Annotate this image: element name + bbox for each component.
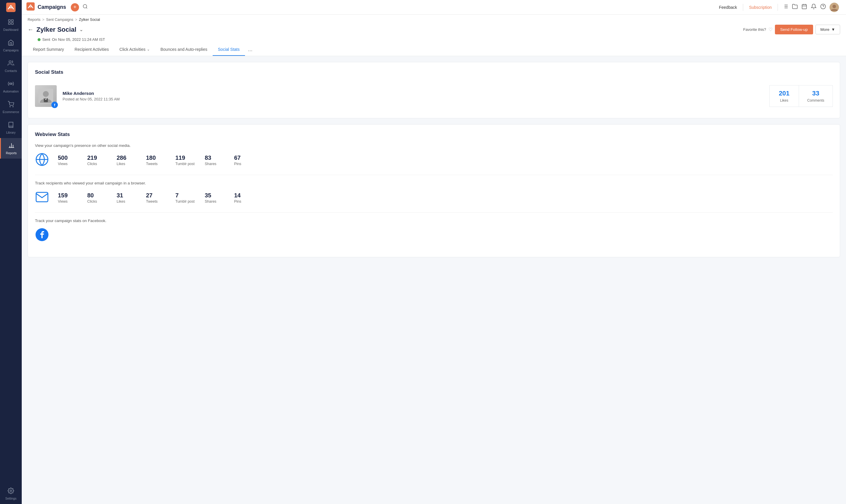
calendar-icon[interactable] — [802, 3, 807, 11]
webview-globe-section: View your campaign's presence on other s… — [35, 143, 833, 168]
webview-stat-clicks-1: 219 Clicks — [87, 155, 116, 166]
back-button[interactable]: ← — [28, 26, 34, 33]
svg-point-32 — [43, 91, 49, 97]
webview-stat-views-1: 500 Views — [58, 155, 87, 166]
tab-recipient-activities[interactable]: Recipient Activities — [69, 43, 114, 56]
svg-rect-23 — [802, 4, 807, 9]
sidebar-item-contacts[interactable]: Contacts — [0, 56, 22, 76]
webview-stat-shares-1: 83 Shares — [205, 155, 234, 166]
svg-point-30 — [832, 5, 836, 8]
nav-divider-1 — [743, 4, 743, 11]
svg-point-6 — [10, 83, 12, 85]
sidebar-item-settings-label: Settings — [5, 497, 16, 500]
sidebar-item-library-label: Library — [6, 131, 16, 134]
app-logo[interactable] — [0, 0, 22, 15]
webview-envelope-section: Track recipients who viewed your email c… — [35, 181, 833, 205]
webview-stat-tumblr-1: 119 Tumblr post — [175, 155, 205, 166]
webview-envelope-stats: 159 Views 80 Clicks 31 Likes — [58, 192, 833, 203]
click-activities-chevron-icon: ⌄ — [147, 47, 150, 51]
sidebar-item-campaigns-label: Campaigns — [3, 49, 18, 52]
breadcrumb-current: Zylker Social — [79, 18, 100, 22]
webview-divider-2 — [35, 212, 833, 213]
post-date: Posted at Nov 05, 2022 11:35 AM — [62, 97, 763, 101]
campaigns-icon — [7, 39, 14, 47]
tabs-row: Report Summary Recipient Activities Clic… — [28, 43, 840, 56]
svg-rect-3 — [8, 22, 10, 24]
content-area: Reports > Sent Campaigns > Zylker Social… — [22, 15, 846, 504]
dashboard-icon — [7, 19, 14, 27]
breadcrumb-sep-2: > — [75, 18, 77, 22]
list-view-icon[interactable] — [782, 3, 788, 11]
send-followup-button[interactable]: Send Follow-up — [775, 25, 813, 34]
svg-rect-4 — [12, 22, 13, 24]
svg-line-16 — [86, 7, 87, 8]
favorite-heart-icon[interactable]: ♡ — [769, 27, 773, 32]
svg-rect-0 — [6, 3, 16, 12]
folder-icon[interactable] — [792, 3, 798, 11]
search-icon[interactable] — [83, 4, 88, 11]
more-button[interactable]: More ▼ — [815, 25, 840, 34]
webview-globe-row: 500 Views 219 Clicks 286 Likes — [35, 152, 833, 168]
facebook-icon — [35, 228, 49, 243]
webview-stat-clicks-2: 80 Clicks — [87, 192, 116, 203]
post-info: Mike Anderson Posted at Nov 05, 2022 11:… — [62, 91, 763, 101]
sidebar-item-library[interactable]: Library — [0, 118, 22, 138]
social-post-row: f Mike Anderson Posted at Nov 05, 2022 1… — [35, 81, 833, 111]
svg-rect-1 — [8, 19, 10, 21]
webview-stat-tweets-1: 180 Tweets — [146, 155, 175, 166]
tab-bounces-autoreplies[interactable]: Bounces and Auto-replies — [155, 43, 213, 56]
app-title: Campaigns — [38, 4, 66, 10]
page-header-row: ← Zylker Social ⌄ Favorite this? ♡ Send … — [28, 25, 840, 34]
add-campaign-button[interactable]: + — [71, 3, 79, 12]
tab-more-button[interactable]: … — [245, 43, 255, 56]
sidebar-item-ecommerce[interactable]: Ecommerce — [0, 97, 22, 118]
sidebar-item-dashboard[interactable]: Dashboard — [0, 15, 22, 35]
more-chevron-icon: ▼ — [831, 27, 835, 32]
breadcrumb-sent-campaigns[interactable]: Sent Campaigns — [46, 18, 73, 22]
sidebar-item-automation[interactable]: Automation — [0, 76, 22, 97]
library-icon — [7, 122, 14, 129]
feedback-link[interactable]: Feedback — [715, 5, 740, 10]
app-icon — [26, 2, 35, 12]
user-avatar[interactable] — [830, 3, 839, 12]
envelope-icon — [35, 190, 49, 205]
svg-point-7 — [10, 106, 10, 107]
webview-stat-tumblr-2: 7 Tumblr post — [175, 192, 205, 203]
sidebar-item-reports-label: Reports — [6, 151, 17, 155]
sent-status-dot — [38, 38, 40, 41]
reports-icon — [8, 142, 15, 150]
globe-icon — [35, 152, 49, 168]
comments-label: Comments — [807, 98, 824, 103]
sidebar-item-campaigns[interactable]: Campaigns — [0, 35, 22, 56]
topnav: Campaigns + Feedback Subscription — [22, 0, 846, 15]
ecommerce-icon — [7, 101, 14, 109]
sub-header: Reports > Sent Campaigns > Zylker Social… — [22, 15, 846, 56]
webview-facebook-row — [35, 228, 833, 243]
automation-icon — [7, 80, 14, 88]
webview-globe-stats: 500 Views 219 Clicks 286 Likes — [58, 155, 833, 166]
svg-point-15 — [83, 4, 87, 8]
sent-label: Sent — [42, 37, 50, 42]
sidebar-item-settings[interactable]: Settings — [0, 483, 22, 504]
webview-stat-pins-1: 67 Pins — [234, 155, 264, 166]
nav-divider-2 — [777, 4, 778, 11]
social-stats-title: Social Stats — [35, 69, 833, 75]
sidebar: Dashboard Campaigns Contacts — [0, 0, 22, 504]
sent-date: On Nov 05, 2022 11:24 AM IST — [52, 37, 105, 42]
likes-box: 201 Likes — [769, 85, 799, 107]
breadcrumb-reports[interactable]: Reports — [28, 18, 40, 22]
title-dropdown-icon[interactable]: ⌄ — [79, 27, 83, 32]
sidebar-item-dashboard-label: Dashboard — [3, 28, 18, 32]
bell-icon[interactable] — [811, 3, 817, 11]
webview-stat-likes-2: 31 Likes — [116, 192, 146, 203]
tab-report-summary[interactable]: Report Summary — [28, 43, 69, 56]
webview-stat-tweets-2: 27 Tweets — [146, 192, 175, 203]
help-icon[interactable] — [820, 3, 826, 11]
webview-stat-views-2: 159 Views — [58, 192, 87, 203]
tab-click-activities[interactable]: Click Activities ⌄ — [114, 43, 156, 56]
svg-point-27 — [821, 4, 826, 9]
tab-social-stats[interactable]: Social Stats — [213, 43, 245, 56]
subscription-link[interactable]: Subscription — [745, 5, 775, 10]
breadcrumb: Reports > Sent Campaigns > Zylker Social — [28, 18, 840, 22]
sidebar-item-reports[interactable]: Reports — [0, 138, 22, 159]
